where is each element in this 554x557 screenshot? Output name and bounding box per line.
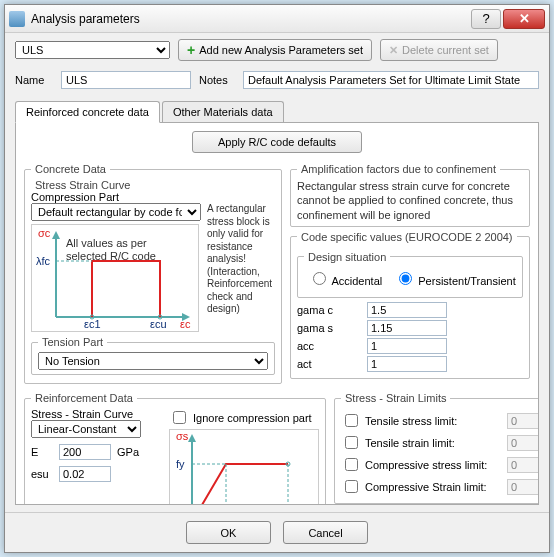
tension-select[interactable]: No Tension bbox=[38, 352, 268, 370]
set-selector[interactable]: ULS bbox=[15, 41, 170, 59]
dialog-footer: OK Cancel bbox=[5, 512, 549, 552]
limits-legend: Stress - Strain Limits bbox=[341, 392, 450, 404]
tab-body: Apply R/C code defaults Concrete Data St… bbox=[15, 122, 539, 505]
name-input[interactable] bbox=[61, 71, 191, 89]
reinforce-curve-label: Stress - Strain Curve bbox=[31, 408, 161, 420]
tension-legend: Tension Part bbox=[38, 336, 107, 348]
stress-strain-legend: Stress Strain Curve bbox=[31, 179, 134, 191]
compression-select[interactable]: Default rectangular by code for ULS bbox=[31, 203, 201, 221]
svg-marker-8 bbox=[188, 434, 196, 442]
stress-strain-limits-group: Stress - Strain Limits Tensile stress li… bbox=[334, 392, 539, 504]
name-label: Name bbox=[15, 74, 53, 86]
gama-c-label: gama c bbox=[297, 304, 367, 316]
svg-marker-1 bbox=[52, 231, 60, 239]
fy-label: fy bbox=[176, 458, 185, 470]
help-button[interactable]: ? bbox=[471, 9, 501, 29]
code-values-group: Code specific values (EUROCODE 2 2004) D… bbox=[290, 231, 530, 379]
ignore-compression-checkbox[interactable] bbox=[173, 411, 186, 424]
close-button[interactable]: ✕ bbox=[503, 9, 545, 29]
tab-reinforced-concrete[interactable]: Reinforced concrete data bbox=[15, 101, 160, 123]
ignore-compression-label: Ignore compression part bbox=[193, 412, 312, 424]
amp-text: Rectangular stress strain curve for conc… bbox=[297, 179, 523, 222]
comp-strain-checkbox[interactable] bbox=[345, 480, 358, 493]
tensile-stress-label: Tensile stress limit: bbox=[365, 415, 503, 427]
E-label: E bbox=[31, 446, 53, 458]
eps-c-label: εc bbox=[180, 318, 190, 330]
stress-strain-group: Stress Strain Curve Compression Part Def… bbox=[31, 179, 275, 332]
curve-caption: All values as per selected R/C code bbox=[66, 237, 176, 263]
act-input[interactable] bbox=[367, 356, 447, 372]
E-unit: GPa bbox=[117, 446, 139, 458]
code-legend: Code specific values (EUROCODE 2 2004) bbox=[297, 231, 517, 243]
accidental-radio[interactable]: Accidental bbox=[308, 269, 382, 287]
acc-input[interactable] bbox=[367, 338, 447, 354]
toolbar: ULS + Add new Analysis Parameters set ✕ … bbox=[5, 33, 549, 67]
tension-part-group: Tension Part No Tension bbox=[31, 336, 275, 375]
tensile-strain-input[interactable] bbox=[507, 435, 539, 451]
tab-strip: Reinforced concrete data Other Materials… bbox=[5, 101, 549, 123]
Es-label: Es bbox=[206, 502, 219, 505]
concrete-legend: Concrete Data bbox=[31, 163, 110, 175]
add-set-button[interactable]: + Add new Analysis Parameters set bbox=[178, 39, 372, 61]
titlebar: Analysis parameters ? ✕ bbox=[5, 5, 549, 33]
reinforcement-group: Reinforcement Data Stress - Strain Curve… bbox=[24, 392, 326, 505]
concrete-data-group: Concrete Data Stress Strain Curve Compre… bbox=[24, 163, 282, 384]
delete-set-button[interactable]: ✕ Delete current set bbox=[380, 39, 498, 61]
eps-cu-label: εcu bbox=[150, 318, 167, 330]
notes-label: Notes bbox=[199, 74, 235, 86]
gama-s-input[interactable] bbox=[367, 320, 447, 336]
steel-curve-diagram: σs fy Es εsu εs bbox=[169, 429, 319, 505]
esu-input[interactable] bbox=[59, 466, 111, 482]
comp-stress-input[interactable] bbox=[507, 457, 539, 473]
notes-input[interactable] bbox=[243, 71, 539, 89]
amplification-group: Amplification factors due to confinement… bbox=[290, 163, 530, 227]
amp-legend: Amplification factors due to confinement bbox=[297, 163, 500, 175]
compression-description: A rectangular stress block is only valid… bbox=[207, 203, 275, 316]
concrete-curve-diagram: σc λfc εc1 εcu εc All values as per sele… bbox=[31, 224, 199, 332]
add-set-label: Add new Analysis Parameters set bbox=[199, 44, 363, 56]
comp-strain-input[interactable] bbox=[507, 479, 539, 495]
name-notes-row: Name Notes bbox=[5, 67, 549, 97]
dialog-window: Analysis parameters ? ✕ ULS + Add new An… bbox=[4, 4, 550, 553]
delete-set-label: Delete current set bbox=[402, 44, 489, 56]
tensile-strain-label: Tensile strain limit: bbox=[365, 437, 503, 449]
gama-s-label: gama s bbox=[297, 322, 367, 334]
comp-strain-label: Compressive Strain limit: bbox=[365, 481, 503, 493]
tensile-strain-checkbox[interactable] bbox=[345, 436, 358, 449]
design-situation-group: Design situation Accidental Persistent/T… bbox=[297, 251, 523, 298]
tensile-stress-checkbox[interactable] bbox=[345, 414, 358, 427]
tab-other-materials[interactable]: Other Materials data bbox=[162, 101, 284, 123]
sigma-c-label: σc bbox=[38, 227, 50, 239]
lambda-fc-label: λfc bbox=[36, 255, 50, 267]
E-input[interactable] bbox=[59, 444, 111, 460]
reinforce-legend: Reinforcement Data bbox=[31, 392, 137, 404]
app-icon bbox=[9, 11, 25, 27]
sigma-s-label: σs bbox=[176, 430, 188, 442]
apply-defaults-button[interactable]: Apply R/C code defaults bbox=[192, 131, 362, 153]
delete-icon: ✕ bbox=[389, 44, 398, 57]
tensile-stress-input[interactable] bbox=[507, 413, 539, 429]
compression-label: Compression Part bbox=[31, 191, 275, 203]
esu-label: esu bbox=[31, 468, 53, 480]
window-title: Analysis parameters bbox=[31, 12, 469, 26]
plus-icon: + bbox=[187, 42, 195, 58]
gama-c-input[interactable] bbox=[367, 302, 447, 318]
eps-c1-label: εc1 bbox=[84, 318, 101, 330]
reinforce-curve-select[interactable]: Linear-Constant bbox=[31, 420, 141, 438]
comp-stress-checkbox[interactable] bbox=[345, 458, 358, 471]
act-label: act bbox=[297, 358, 367, 370]
design-legend: Design situation bbox=[304, 251, 390, 263]
persistent-radio[interactable]: Persistent/Transient bbox=[394, 269, 515, 287]
comp-stress-label: Compressive stress limit: bbox=[365, 459, 503, 471]
cancel-button[interactable]: Cancel bbox=[283, 521, 368, 544]
acc-label: acc bbox=[297, 340, 367, 352]
ok-button[interactable]: OK bbox=[186, 521, 271, 544]
